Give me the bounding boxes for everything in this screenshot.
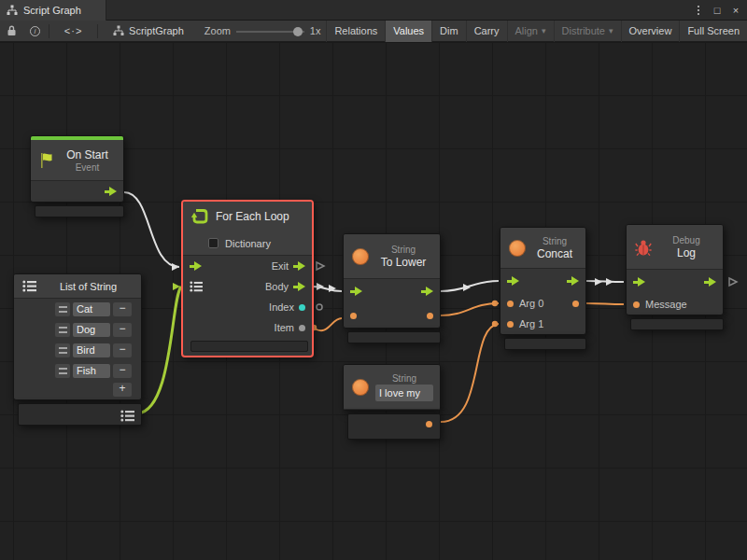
arg1-input-port[interactable] — [507, 321, 514, 328]
flow-output-port[interactable] — [421, 287, 433, 296]
string-output-port[interactable] — [427, 313, 433, 319]
result-output-port[interactable] — [572, 301, 579, 307]
node-title: Log — [677, 246, 696, 259]
toolbar-toggles: Relations Values Dim Carry Align▾ Distri… — [326, 21, 747, 42]
overview-button[interactable]: Overview — [621, 21, 680, 42]
full-screen-button[interactable]: Full Screen — [679, 21, 747, 42]
add-item-button[interactable]: + — [113, 383, 132, 397]
chevron-down-icon: ▾ — [542, 26, 546, 35]
item-output-port[interactable] — [299, 325, 305, 331]
toolbar-separator — [49, 24, 49, 38]
wire-list-to-foreach[interactable] — [137, 287, 181, 413]
remove-item-button[interactable]: − — [113, 343, 132, 357]
wire-arrowhead — [172, 263, 179, 271]
list-output-port-icon[interactable] — [120, 410, 135, 422]
node-footer — [347, 413, 441, 440]
list-item-input[interactable] — [73, 364, 110, 378]
arg1-wire-dot[interactable] — [492, 321, 498, 327]
log-flow-out-port[interactable] — [729, 278, 737, 286]
remove-item-button[interactable]: − — [113, 302, 132, 316]
list-input-port-icon[interactable] — [190, 281, 204, 292]
index-unconnected-port[interactable] — [317, 304, 322, 310]
flow-input-port[interactable] — [507, 276, 519, 286]
node-for-each-loop[interactable]: For Each Loop Dictionary Exit Body Index — [182, 201, 313, 357]
string-output-port[interactable] — [426, 421, 432, 427]
node-string-to-lower[interactable]: String To Lower — [343, 233, 441, 343]
drag-handle[interactable] — [55, 323, 70, 337]
node-footer — [630, 318, 724, 330]
values-toggle[interactable]: Values — [385, 21, 431, 42]
string-input-port[interactable] — [350, 313, 357, 319]
dictionary-checkbox[interactable] — [208, 238, 218, 248]
zoom-label: Zoom — [204, 25, 231, 36]
flow-input-port[interactable] — [190, 261, 202, 271]
wire-onstart-to-foreach[interactable] — [124, 192, 179, 267]
window-titlebar: Script Graph □ × — [0, 0, 747, 21]
message-input-port[interactable] — [633, 301, 640, 308]
list-item-row: − — [14, 340, 141, 360]
exit-unconnected-port[interactable] — [317, 262, 324, 270]
list-item-input[interactable] — [73, 343, 110, 357]
inspect-button[interactable]: i — [23, 21, 47, 42]
drag-handle[interactable] — [55, 343, 70, 357]
zoom-slider-handle[interactable] — [293, 27, 303, 36]
node-string-literal[interactable]: String — [343, 364, 441, 440]
carry-toggle[interactable]: Carry — [466, 21, 507, 42]
button-label: Relations — [334, 25, 377, 36]
script-graph-icon — [113, 25, 124, 36]
string-value-input[interactable] — [375, 385, 433, 401]
flow-output-port[interactable] — [105, 187, 117, 196]
string-type-icon — [352, 248, 369, 265]
flow-input-port[interactable] — [633, 277, 645, 287]
lock-icon — [7, 25, 17, 36]
list-item-input[interactable] — [73, 302, 110, 316]
tab-script-graph[interactable]: Script Graph — [0, 0, 106, 21]
lock-button[interactable] — [0, 21, 23, 42]
wire-tolower-to-concat[interactable] — [441, 281, 499, 291]
loop-icon — [190, 207, 209, 226]
drag-handle-icon — [59, 368, 67, 374]
wire-item-to-tolower[interactable] — [313, 318, 342, 330]
button-label: Full Screen — [687, 25, 740, 36]
drag-handle[interactable] — [55, 364, 70, 378]
node-type-label: String — [392, 373, 416, 384]
wire-literal-to-arg1[interactable] — [441, 324, 499, 422]
maximize-icon[interactable]: □ — [710, 2, 725, 19]
graph-canvas[interactable]: On Start Event List of String − — [0, 42, 747, 560]
dim-toggle[interactable]: Dim — [431, 21, 466, 42]
flow-input-port[interactable] — [350, 287, 362, 296]
button-label: Carry — [474, 25, 500, 36]
relations-toggle[interactable]: Relations — [326, 21, 385, 42]
node-footer — [347, 331, 441, 343]
node-title: For Each Loop — [216, 210, 289, 223]
node-string-concat[interactable]: String Concat Arg 0 Arg 1 — [500, 227, 586, 350]
body-output-port[interactable] — [293, 282, 305, 291]
zoom-slider[interactable] — [236, 21, 304, 42]
index-output-port[interactable] — [299, 304, 305, 311]
window-menu-icon[interactable] — [691, 2, 706, 19]
flow-output-port[interactable] — [567, 276, 579, 286]
node-title: To Lower — [381, 256, 427, 269]
code-view-button[interactable]: <·> — [51, 21, 96, 42]
node-debug-log[interactable]: Debug Log Message — [626, 224, 724, 330]
remove-item-button[interactable]: − — [113, 323, 132, 337]
close-icon[interactable]: × — [728, 2, 743, 19]
port-label: Arg 1 — [519, 318, 543, 329]
graph-breadcrumb[interactable]: ScriptGraph — [100, 25, 193, 36]
list-item-input[interactable] — [73, 323, 110, 337]
node-type-label: Debug — [672, 235, 699, 245]
info-icon: i — [30, 26, 40, 36]
node-on-start[interactable]: On Start Event — [30, 135, 124, 217]
remove-item-button[interactable]: − — [113, 364, 132, 378]
wire-tolower-to-arg0[interactable] — [441, 303, 499, 315]
flow-output-port[interactable] — [704, 277, 716, 287]
wire-concat-to-log[interactable] — [586, 281, 624, 282]
wire-concat-to-message[interactable] — [586, 303, 624, 304]
node-footer — [504, 338, 586, 350]
exit-output-port[interactable] — [293, 261, 305, 271]
node-list-of-string[interactable]: List of String − − − − + — [13, 273, 142, 426]
arg0-input-port[interactable] — [507, 301, 514, 307]
list-item-row: − — [14, 319, 141, 340]
arg0-wire-dot[interactable] — [492, 301, 498, 306]
drag-handle[interactable] — [55, 302, 70, 316]
